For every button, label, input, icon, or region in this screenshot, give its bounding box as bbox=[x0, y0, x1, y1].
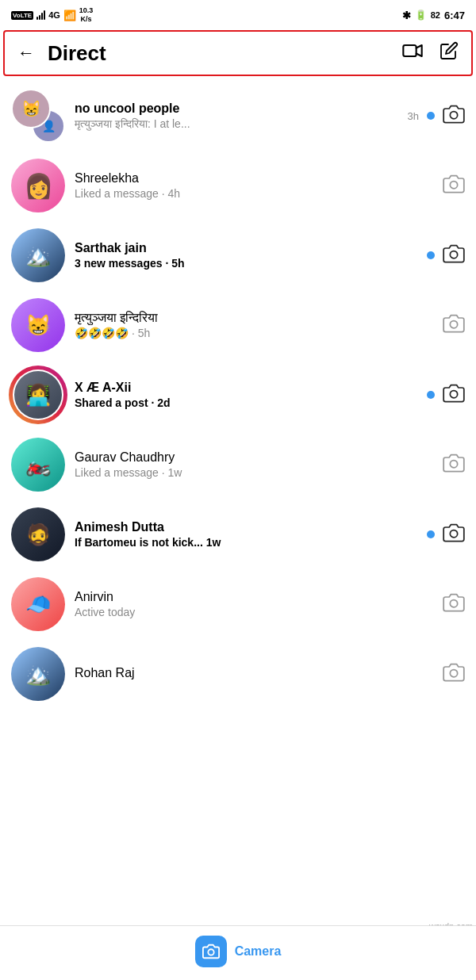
bluetooth-icon: ✱ bbox=[402, 10, 411, 21]
camera-icon bbox=[443, 522, 465, 544]
contact-name: X Æ A-Xii bbox=[75, 381, 420, 395]
message-right: 3h bbox=[408, 103, 465, 128]
list-item[interactable]: 👩 Shreelekha Liked a message · 4h bbox=[0, 151, 476, 220]
message-right bbox=[443, 661, 465, 687]
svg-point-5 bbox=[450, 391, 457, 398]
avatar-container: 👩 bbox=[11, 159, 65, 212]
edit-icon bbox=[440, 41, 459, 60]
camera-button[interactable] bbox=[443, 591, 465, 617]
header: ← Direct bbox=[3, 30, 473, 76]
avatar: 😸 bbox=[11, 298, 65, 352]
page-title: Direct bbox=[48, 41, 106, 66]
unread-dot bbox=[427, 391, 435, 399]
compose-button[interactable] bbox=[440, 41, 459, 65]
svg-point-3 bbox=[450, 251, 457, 258]
message-right bbox=[427, 382, 465, 408]
list-item[interactable]: 🏔️ Rohan Raj bbox=[0, 639, 476, 709]
camera-button[interactable] bbox=[443, 312, 465, 338]
message-right bbox=[443, 591, 465, 617]
header-left: ← Direct bbox=[17, 41, 106, 66]
message-content: Shreelekha Liked a message · 4h bbox=[75, 171, 436, 200]
camera-button[interactable] bbox=[443, 382, 465, 408]
avatar-container: 😸 👤 bbox=[11, 89, 65, 143]
message-content: no uncool people मृत्युञ्जया इन्दिरिया: … bbox=[75, 101, 401, 131]
camera-icon bbox=[443, 312, 465, 335]
list-item[interactable]: 🏍️ Gaurav Chaudhry Liked a message · 1w bbox=[0, 430, 476, 500]
time-display: 6:47 bbox=[444, 10, 465, 21]
svg-point-2 bbox=[450, 182, 457, 189]
status-bar: VoLTE 4G 📶 10.3K/s ✱ 🔋 82 6:47 bbox=[0, 0, 476, 29]
contact-name: Rohan Raj bbox=[75, 666, 436, 680]
svg-rect-0 bbox=[403, 45, 416, 56]
contact-name: Sarthak jain bbox=[75, 241, 420, 255]
list-item[interactable]: 🏔️ Sarthak jain 3 new messages · 5h bbox=[0, 220, 476, 290]
message-content: Animesh Dutta If Bartomeu is not kick...… bbox=[75, 520, 420, 549]
camera-icon bbox=[443, 452, 465, 474]
camera-button[interactable] bbox=[443, 522, 465, 547]
back-button[interactable]: ← bbox=[17, 43, 35, 63]
message-right bbox=[427, 522, 465, 547]
svg-point-10 bbox=[208, 949, 213, 955]
contact-name: Animesh Dutta bbox=[75, 520, 420, 534]
camera-icon bbox=[443, 243, 465, 265]
message-right bbox=[443, 173, 465, 198]
avatar-container: 🏍️ bbox=[11, 438, 65, 492]
camera-icon bbox=[443, 591, 465, 614]
unread-dot bbox=[427, 530, 435, 538]
status-left: VoLTE 4G 📶 10.3K/s bbox=[11, 6, 93, 24]
camera-bottom-label[interactable]: Camera bbox=[235, 944, 282, 959]
unread-dot bbox=[427, 112, 435, 120]
camera-button[interactable] bbox=[443, 243, 465, 268]
list-item[interactable]: 🧔 Animesh Dutta If Bartomeu is not kick.… bbox=[0, 500, 476, 569]
avatar: 🏍️ bbox=[11, 438, 65, 492]
list-item[interactable]: 🧢 Anirvin Active today bbox=[0, 569, 476, 639]
message-preview: If Bartomeu is not kick... 1w bbox=[75, 536, 420, 549]
camera-button[interactable] bbox=[443, 661, 465, 687]
avatar: 🏔️ bbox=[11, 228, 65, 282]
avatar-container: 🧢 bbox=[11, 577, 65, 631]
contact-name: Shreelekha bbox=[75, 171, 436, 186]
message-preview: 3 new messages · 5h bbox=[75, 257, 420, 270]
list-item[interactable]: 😸 👤 no uncool people मृत्युञ्जया इन्दिरि… bbox=[0, 81, 476, 151]
signal-bars bbox=[36, 10, 45, 20]
bottom-bar: Camera bbox=[0, 925, 476, 980]
message-preview: Shared a post · 2d bbox=[75, 396, 420, 409]
message-content: X Æ A-Xii Shared a post · 2d bbox=[75, 381, 420, 409]
camera-bottom-button[interactable] bbox=[195, 936, 227, 967]
message-content: Sarthak jain 3 new messages · 5h bbox=[75, 241, 420, 270]
message-time: 3h bbox=[408, 110, 419, 122]
message-right bbox=[443, 452, 465, 477]
camera-button[interactable] bbox=[443, 103, 465, 128]
video-camera-button[interactable] bbox=[401, 40, 424, 67]
avatar: 🧢 bbox=[11, 577, 65, 631]
svg-point-1 bbox=[450, 112, 457, 119]
unread-dot bbox=[427, 251, 435, 259]
list-item[interactable]: 👩‍💻 X Æ A-Xii Shared a post · 2d bbox=[0, 360, 476, 430]
list-item[interactable]: 😸 मृत्युञ्जया इन्दिरिया 🤣🤣🤣🤣 · 5h bbox=[0, 290, 476, 360]
contact-name: no uncool people bbox=[75, 101, 401, 116]
message-content: मृत्युञ्जया इन्दिरिया 🤣🤣🤣🤣 · 5h bbox=[75, 311, 436, 339]
message-list: 😸 👤 no uncool people मृत्युञ्जया इन्दिरि… bbox=[0, 78, 476, 764]
camera-button[interactable] bbox=[443, 173, 465, 198]
camera-icon bbox=[443, 173, 465, 195]
group-avatar: 😸 👤 bbox=[11, 89, 65, 143]
avatar: 😸 bbox=[11, 89, 51, 128]
avatar: 🧔 bbox=[11, 507, 65, 561]
volte-badge: VoLTE bbox=[11, 11, 33, 20]
camera-icon bbox=[443, 103, 465, 125]
svg-point-8 bbox=[450, 600, 457, 607]
camera-icon bbox=[443, 382, 465, 404]
message-content: Anirvin Active today bbox=[75, 590, 436, 618]
message-preview: 🤣🤣🤣🤣 · 5h bbox=[75, 327, 436, 339]
message-preview: Active today bbox=[75, 606, 436, 618]
avatar-container: 🧔 bbox=[11, 507, 65, 561]
message-content: Gaurav Chaudhry Liked a message · 1w bbox=[75, 450, 436, 479]
contact-name: Anirvin bbox=[75, 590, 436, 604]
avatar-container: 😸 bbox=[11, 298, 65, 352]
svg-point-9 bbox=[450, 670, 457, 677]
speed-text: 10.3K/s bbox=[79, 6, 94, 24]
contact-name: Gaurav Chaudhry bbox=[75, 450, 436, 465]
camera-button[interactable] bbox=[443, 452, 465, 477]
message-preview: Liked a message · 1w bbox=[75, 466, 436, 479]
battery-icon: 🔋 bbox=[415, 10, 427, 21]
